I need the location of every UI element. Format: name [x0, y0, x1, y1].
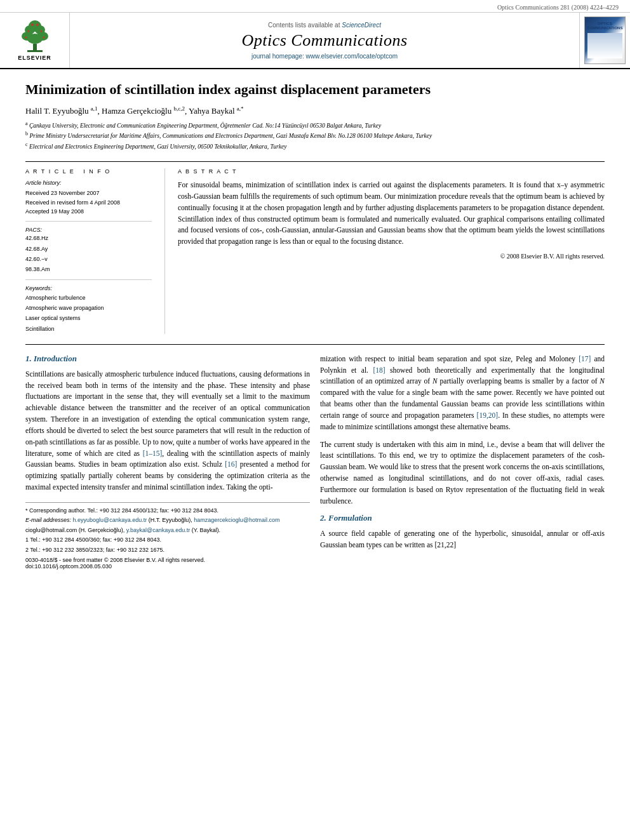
- journal-center: Contents lists available at ScienceDirec…: [70, 13, 579, 68]
- section1-para2: mization with respect to initial beam se…: [320, 354, 605, 433]
- pacs-items: 42.68.Hz42.68.Ay42.60.−v98.38.Am: [25, 233, 152, 274]
- ref-1-15[interactable]: [1–15]: [143, 450, 163, 457]
- section1-title: 1. Introduction: [25, 354, 310, 364]
- authors-text: Halil T. Eyyuboğlu a,1, Hamza Gerçekcioğ…: [25, 106, 244, 116]
- journal-citation: Optics Communications 281 (2008) 4224–42…: [497, 4, 619, 11]
- email-gercekcioglu[interactable]: hamzagercekcioglu@hotmail.com: [194, 517, 279, 523]
- history-label: Article history:: [25, 180, 152, 186]
- ref-18[interactable]: [18]: [373, 366, 385, 374]
- col-right: mization with respect to initial beam se…: [320, 354, 605, 570]
- sciencedirect-line: Contents lists available at ScienceDirec…: [268, 22, 381, 29]
- email-baykal[interactable]: y.baykal@cankaya.edu.tr: [126, 527, 191, 533]
- section1-para3: The current study is undertaken with thi…: [320, 439, 605, 507]
- svg-point-10: [27, 30, 29, 32]
- svg-point-8: [31, 23, 34, 26]
- info-abstract-section: A R T I C L E I N F O Article history: R…: [25, 161, 605, 334]
- email-eyyuboglu[interactable]: h.eyyuboglu@cankaya.edu.tr: [73, 517, 147, 523]
- revised-date: Received in revised form 4 April 2008: [25, 198, 152, 207]
- article-info-heading: A R T I C L E I N F O: [25, 168, 152, 175]
- journal-header: ELSEVIER Contents lists available at Sci…: [0, 13, 630, 69]
- svg-point-12: [25, 37, 27, 39]
- sciencedirect-link[interactable]: ScienceDirect: [342, 22, 381, 29]
- affiliation-c: c Electrical and Electronics Engineering…: [25, 141, 605, 151]
- cover-thumbnail: OPTICSCOMMUNICATIONS: [584, 17, 626, 64]
- svg-point-9: [36, 23, 39, 26]
- authors-line: Halil T. Eyyuboğlu a,1, Hamza Gerçekcioğ…: [25, 105, 605, 116]
- doi: doi:10.1016/j.optcom.2008.05.030: [25, 563, 310, 570]
- journal-url[interactable]: www.elsevier.com/locate/optcom: [306, 53, 398, 60]
- article-body: Minimization of scintillation index agai…: [0, 69, 630, 582]
- svg-point-11: [40, 30, 42, 32]
- article-info-panel: A R T I C L E I N F O Article history: R…: [25, 168, 165, 334]
- col-left: 1. Introduction Scintillations are basic…: [25, 354, 310, 570]
- ref-17[interactable]: [17]: [579, 355, 591, 363]
- abstract-heading: A B S T R A C T: [178, 168, 605, 175]
- svg-point-7: [27, 34, 43, 44]
- elsevier-tree-icon: [16, 20, 54, 55]
- footnote-email2: cioglu@hotmail.com (H. Gerçekcioğlu), y.…: [25, 526, 310, 535]
- journal-info-bar: Optics Communications 281 (2008) 4224–42…: [0, 0, 630, 13]
- ref-16[interactable]: [16]: [225, 460, 237, 468]
- doi-info: 0030-4018/$ - see front matter © 2008 El…: [25, 557, 310, 570]
- journal-cover-image: OPTICSCOMMUNICATIONS: [579, 13, 630, 68]
- abstract-panel: A B S T R A C T For sinusoidal beams, mi…: [165, 168, 605, 334]
- section2-para1: A source field capable of generating one…: [320, 528, 605, 551]
- footnote-corresponding: * Corresponding author. Tel.: +90 312 28…: [25, 507, 310, 516]
- keywords-list: Atmospheric turbulence Atmospheric wave …: [25, 293, 152, 334]
- pacs-label: PACS:: [25, 227, 152, 233]
- footnote-1: 1 Tel.: +90 312 284 4500/360; fax: +90 3…: [25, 536, 310, 545]
- keywords-label: Keywords:: [25, 285, 152, 291]
- journal-homepage: journal homepage: www.elsevier.com/locat…: [251, 53, 398, 60]
- copyright-bottom: 0030-4018/$ - see front matter © 2008 El…: [25, 557, 310, 563]
- affiliation-b: b Prime Ministry Undersecretariat for Ma…: [25, 130, 605, 140]
- svg-rect-1: [27, 50, 43, 52]
- affiliation-a: a Çankaya University, Electronic and Com…: [25, 120, 605, 130]
- footnotes: * Corresponding author. Tel.: +90 312 28…: [25, 502, 310, 555]
- journal-name: Optics Communications: [241, 31, 407, 50]
- section1-para1: Scintillations are basically atmospheric…: [25, 369, 310, 493]
- abstract-text: For sinusoidal beams, minimization of sc…: [178, 180, 605, 248]
- elsevier-logo: ELSEVIER: [0, 13, 70, 68]
- received-date: Received 23 November 2007: [25, 189, 152, 197]
- abstract-copyright: © 2008 Elsevier B.V. All rights reserved…: [178, 253, 605, 260]
- article-title: Minimization of scintillation index agai…: [25, 81, 605, 99]
- accepted-date: Accepted 19 May 2008: [25, 207, 152, 216]
- main-content: 1. Introduction Scintillations are basic…: [25, 344, 605, 570]
- footnote-emails: E-mail addresses: h.eyyuboglu@cankaya.ed…: [25, 516, 310, 525]
- elsevier-brand-label: ELSEVIER: [18, 55, 51, 61]
- section2-title: 2. Formulation: [320, 513, 605, 523]
- svg-point-13: [43, 37, 44, 39]
- cover-title-text: OPTICSCOMMUNICATIONS: [587, 22, 623, 30]
- affiliations: a Çankaya University, Electronic and Com…: [25, 120, 605, 151]
- ref-19-20[interactable]: [19,20]: [477, 411, 499, 419]
- footnote-2: 2 Tel.: +90 312 232 3850/2323; fax: +90 …: [25, 546, 310, 555]
